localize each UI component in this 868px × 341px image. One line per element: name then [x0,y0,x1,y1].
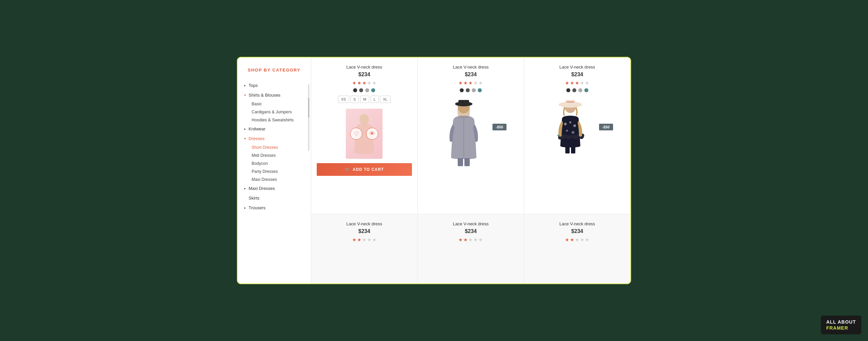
arrow-icon: ▸ [244,127,246,131]
svg-point-14 [566,130,568,132]
size-xl[interactable]: XL [380,95,390,103]
size-l[interactable]: L [371,95,378,103]
sidebar-item-dresses[interactable]: ▾ Dresses [244,134,304,143]
star-4: ★ [473,80,478,86]
star-5: ★ [372,237,376,243]
quickview-button[interactable]: 👁 [366,128,378,140]
star-3: ★ [362,237,367,243]
arrow-icon: ▸ [244,187,246,190]
color-dot-4[interactable] [478,88,482,92]
star-3: ★ [468,237,473,243]
svg-point-15 [572,131,574,134]
product-name: Lace V-neck dress [346,221,382,226]
color-dot-1[interactable] [566,88,570,92]
color-dot-2[interactable] [359,88,363,92]
discount-badge: -$50 [599,124,613,131]
star-rating: ★ ★ ★ ★ ★ [565,237,589,243]
product-price: $234 [465,228,477,234]
product-name: Lace V-neck dress [346,64,382,69]
svg-point-12 [569,121,571,123]
color-dot-1[interactable] [353,88,357,92]
star-5: ★ [585,237,589,243]
star-2: ★ [357,237,362,243]
star-1: ★ [352,80,356,86]
product-price: $234 [465,72,477,78]
star-4: ★ [580,80,584,86]
star-3: ★ [575,237,579,243]
star-rating: ★ ★ ★ ★ ★ [352,80,376,86]
sidebar-item-tops[interactable]: ▸ Tops [244,81,304,90]
arrow-icon: ▾ [244,137,246,140]
svg-rect-16 [565,147,570,153]
star-5: ★ [585,80,589,86]
color-dot-3[interactable] [578,88,582,92]
svg-rect-10 [566,101,574,103]
star-4: ★ [473,237,478,243]
cart-icon: 🛒 [345,167,350,172]
size-xs[interactable]: XS [338,95,349,103]
sidebar-item-trousers[interactable]: ▸ Trousers [244,203,304,212]
arrow-icon: ▾ [244,93,246,97]
color-dot-3[interactable] [365,88,369,92]
product-price: $234 [359,72,371,78]
color-options [460,88,482,92]
sidebar-item-short-dresses[interactable]: Short Dresses [252,143,304,151]
color-dot-4[interactable] [371,88,375,92]
color-options [353,88,375,92]
sidebar-item-maxi-dresses[interactable]: ▸ Maxi Dresses [244,183,304,193]
product-card-2: Lace V-neck dress $234 ★ ★ ★ ★ ★ [417,57,524,214]
color-dot-2[interactable] [572,88,576,92]
product-card-5: Lace V-neck dress $234 ★ ★ ★ ★ ★ [417,214,524,284]
size-m[interactable]: M [360,95,369,103]
star-1: ★ [565,80,569,86]
color-options [566,88,588,92]
sidebar-item-hoodies[interactable]: Hoodies & Sweatshirts [252,116,304,124]
product-card-4: Lace V-neck dress $234 ★ ★ ★ ★ ★ [311,214,417,284]
sidebar-item-skirts[interactable]: ▸ Skirts [244,193,304,203]
star-5: ★ [478,237,483,243]
color-dot-2[interactable] [466,88,470,92]
sidebar: SHOP BY CATEGORY ▸ Tops ▾ Shirts & Blous… [238,57,311,284]
svg-point-0 [360,114,369,125]
sidebar-item-basic[interactable]: Basic [252,100,304,108]
star-5: ★ [478,80,483,86]
product-image: ♡ 👁 [317,107,412,161]
star-rating: ★ ★ ★ ★ ★ [458,80,483,86]
branding-badge: ALL ABOUT FRAMER [821,316,861,334]
sidebar-item-midi-dresses[interactable]: Midi Dresses [252,151,304,160]
product-price: $234 [571,72,583,78]
star-3: ★ [575,80,579,86]
size-s[interactable]: S [350,95,359,103]
product-image: -$50 [530,95,625,169]
sidebar-item-maxi-dresses-sub[interactable]: Maxi Dresses [252,175,304,183]
sidebar-item-cardigans[interactable]: Cardigans & Jumpers [252,108,304,116]
svg-point-11 [564,123,567,125]
star-5: ★ [372,80,376,86]
star-4: ★ [367,237,372,243]
star-3: ★ [362,80,367,86]
color-dot-3[interactable] [472,88,476,92]
svg-rect-17 [571,147,575,153]
product-image: -$50 [423,95,519,169]
svg-rect-18 [557,135,560,136]
sidebar-item-party-dresses[interactable]: Party Dresses [252,168,304,175]
color-dot-4[interactable] [584,88,588,92]
star-2: ★ [570,237,574,243]
product-card-6: Lace V-neck dress $234 ★ ★ ★ ★ ★ [524,214,630,284]
sidebar-item-bodycon[interactable]: Bodycon [252,160,304,168]
star-1: ★ [352,237,356,243]
sidebar-item-knitwear[interactable]: ▸ Knitwear [244,124,304,134]
hover-actions: ♡ 👁 [350,128,378,140]
add-to-cart-button[interactable]: 🛒 ADD TO CART [317,163,412,176]
scrollbar[interactable] [308,84,309,151]
color-dot-1[interactable] [460,88,464,92]
dresses-submenu: Short Dresses Midi Dresses Bodycon Party… [244,143,304,183]
product-price: $234 [571,228,583,234]
arrow-icon: ▸ [244,84,246,87]
product-grid: Lace V-neck dress $234 ★ ★ ★ ★ ★ XS S M … [311,57,630,284]
wishlist-button[interactable]: ♡ [350,128,362,140]
star-2: ★ [570,80,574,86]
shirts-submenu: Basic Cardigans & Jumpers Hoodies & Swea… [244,100,304,124]
scrollbar-thumb [308,97,309,118]
sidebar-item-shirts[interactable]: ▾ Shirts & Blouses [244,90,304,100]
